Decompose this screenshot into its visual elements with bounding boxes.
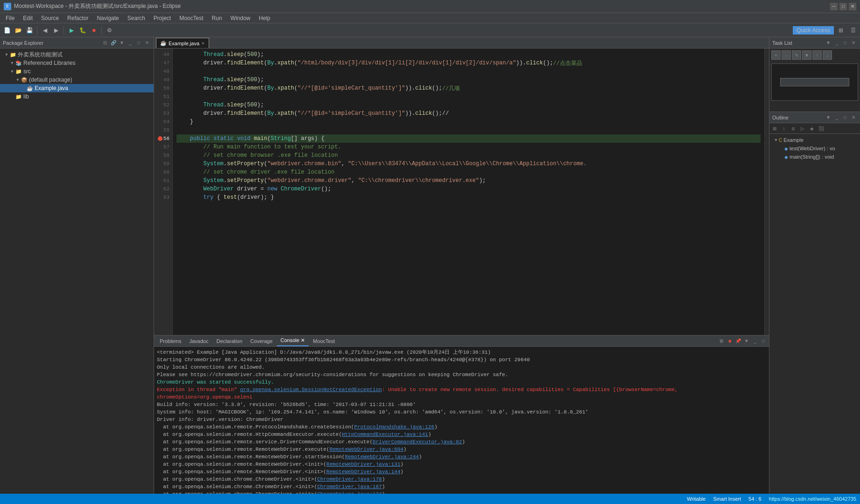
link-with-editor-button[interactable]: 🔗 (110, 39, 117, 47)
outline-toolbar: ▼ _ □ ✕ (825, 114, 857, 121)
stack-link-5[interactable]: RemoteWebDriver.java:244 (345, 454, 419, 460)
tree-item-example-java[interactable]: ☕ Example.java (0, 84, 154, 92)
task-btn-5[interactable]: ↑ (812, 50, 822, 60)
outline-item-test-method[interactable]: ◆ test(WebDriver) : vo (769, 144, 860, 153)
tree-item-default-pkg[interactable]: ▼ 📦 (default package) (0, 76, 154, 84)
menu-help[interactable]: Help (255, 14, 274, 22)
tab-console[interactable]: Console ✕ (277, 336, 309, 346)
close-panel-button[interactable]: ✕ (143, 39, 151, 47)
tab-declaration[interactable]: Declaration (212, 336, 246, 346)
minimize-panel-button[interactable]: _ (127, 39, 134, 47)
stack-link-6[interactable]: RemoteWebDriver.java:131 (326, 462, 400, 467)
menu-search[interactable]: Search (124, 14, 149, 22)
stack-link-10[interactable]: ChromeDriver.java:124 (317, 491, 382, 494)
tree-item-project[interactable]: ▼ 📁 外卖系统功能测试 (0, 50, 154, 59)
console-stop-button[interactable]: ■ (726, 337, 733, 345)
toolbar-open[interactable]: 📂 (13, 25, 23, 35)
console-maximize[interactable]: □ (760, 337, 767, 345)
toolbar-settings[interactable]: ⚙ (104, 25, 114, 35)
stack-link-7[interactable]: RemoteWebDriver.java:144 (326, 469, 400, 475)
task-list-input[interactable] (780, 78, 849, 86)
task-list-view-menu[interactable]: ▼ (825, 39, 832, 47)
menu-refactor[interactable]: Refactor (63, 14, 92, 22)
stack-link-9[interactable]: ChromeDriver.java:167 (317, 484, 382, 490)
outline-class-icon: C (779, 138, 782, 143)
code-line-57: // Run main function to test your script… (176, 143, 761, 151)
stack-link-4[interactable]: RemoteWebDriver.java:604 (330, 447, 403, 452)
console-stack-1: at org.openqa.selenium.remote.ProtocolHa… (157, 423, 766, 431)
toolbar-save[interactable]: 💾 (24, 25, 35, 35)
outline-item-main-method[interactable]: ◆ main(String[]) : void (769, 153, 860, 161)
maximize-button[interactable]: □ (839, 3, 847, 10)
outline-btn-6[interactable]: ⬛ (817, 124, 825, 133)
toolbar-debug[interactable]: 🐛 (78, 25, 88, 35)
menu-project[interactable]: Project (150, 14, 175, 22)
task-btn-3[interactable]: ✎ (792, 50, 801, 60)
stack-link-2[interactable]: HttpCommandExecutor.java:141 (342, 432, 428, 437)
stack-link-8[interactable]: ChromeDriver.java:178 (317, 476, 382, 482)
tree-item-lib[interactable]: 📁 lib (0, 92, 154, 101)
console-output-line-4: ChromeDriver was started successfully. (157, 378, 766, 386)
stack-link-1[interactable]: ProtocolHandshake.java:126 (354, 424, 434, 430)
menu-source[interactable]: Source (37, 14, 63, 22)
menu-run[interactable]: Run (208, 14, 226, 22)
toolbar-new[interactable]: 📄 (2, 25, 12, 35)
tab-javadoc[interactable]: Javadoc (185, 336, 212, 346)
toolbar-view[interactable]: ☰ (848, 25, 858, 35)
console-clear-button[interactable]: ⊠ (718, 337, 725, 345)
stack-link-3[interactable]: DriverCommandExecutor.java:82 (373, 439, 462, 445)
quick-access-label[interactable]: Quick Access (793, 26, 834, 35)
tab-problems[interactable]: Problems (156, 336, 185, 346)
tab-mooctest[interactable]: MoocTest (309, 336, 338, 346)
outline-maximize[interactable]: □ (841, 114, 849, 121)
editor-tab-close[interactable]: ✕ (201, 41, 205, 46)
outline-btn-2[interactable]: ↕ (780, 124, 788, 133)
task-btn-1[interactable]: + (771, 50, 781, 60)
minimize-button[interactable]: ─ (830, 3, 838, 10)
outline-item-example[interactable]: ▼ C Example (769, 136, 860, 144)
menu-edit[interactable]: Edit (19, 14, 36, 22)
code-line-59: System.setProperty("webdriver.chrome.bin… (176, 160, 761, 168)
outline-btn-1[interactable]: ⊞ (770, 124, 779, 133)
outline-btn-5[interactable]: ◈ (808, 124, 816, 133)
editor-area[interactable]: 46 47 48 49 50 51 52 53 54 55 56 57 58 5… (154, 49, 769, 335)
toolbar-perspective[interactable]: ⊞ (836, 25, 846, 35)
outline-btn-4[interactable]: ▷ (798, 124, 807, 133)
view-menu-button[interactable]: ▼ (118, 39, 126, 47)
close-button[interactable]: ✕ (849, 3, 856, 10)
console-minimize[interactable]: _ (751, 337, 759, 345)
toolbar-forward[interactable]: ▶ (51, 25, 61, 35)
collapse-all-button[interactable]: ⊟ (101, 39, 109, 47)
task-list-close[interactable]: ✕ (850, 39, 857, 47)
line-numbers: 46 47 48 49 50 51 52 53 54 55 56 57 58 5… (154, 49, 173, 335)
menu-mooctest[interactable]: MoocTest (176, 14, 207, 22)
code-line-58: // set chrome browser .exe file location (176, 151, 761, 160)
task-list-maximize[interactable]: □ (841, 39, 849, 47)
outline-close[interactable]: ✕ (850, 114, 857, 121)
tab-coverage[interactable]: Coverage (247, 336, 276, 346)
task-btn-2[interactable]: - (782, 50, 791, 60)
tree-item-src[interactable]: ▼ 📁 src (0, 67, 154, 76)
task-btn-4[interactable]: ▼ (802, 50, 811, 60)
outline-minimize[interactable]: _ (833, 114, 840, 121)
tree-item-reflibs[interactable]: ▼ 📚 Referenced Libraries (0, 59, 154, 67)
code-line-49: Thread.sleep(500); (176, 76, 761, 84)
task-btn-6[interactable]: ↓ (823, 50, 832, 60)
maximize-panel-button[interactable]: □ (135, 39, 142, 47)
console-view-menu[interactable]: ▼ (743, 337, 750, 345)
task-list-minimize[interactable]: _ (833, 39, 840, 47)
outline-btn-3[interactable]: α (789, 124, 797, 133)
line-num-62: 62 (154, 185, 172, 193)
editor-scrollbar[interactable] (764, 49, 769, 335)
menu-file[interactable]: File (2, 14, 18, 22)
menu-window[interactable]: Window (227, 14, 254, 22)
code-editor[interactable]: Thread.sleep(500); driver.findElement(By… (173, 49, 764, 335)
outline-view-menu[interactable]: ▼ (825, 114, 832, 121)
toolbar-run[interactable]: ▶ (66, 25, 77, 35)
toolbar-stop[interactable]: ■ (89, 25, 99, 35)
exception-class-link[interactable]: org.openqa.selenium.SessionNotCreatedExc… (240, 387, 382, 392)
menu-navigate[interactable]: Navigate (93, 14, 122, 22)
toolbar-back[interactable]: ◀ (40, 25, 50, 35)
editor-tab-example[interactable]: ☕ Example.java ✕ (156, 38, 209, 48)
console-pin-button[interactable]: 📌 (734, 337, 742, 345)
